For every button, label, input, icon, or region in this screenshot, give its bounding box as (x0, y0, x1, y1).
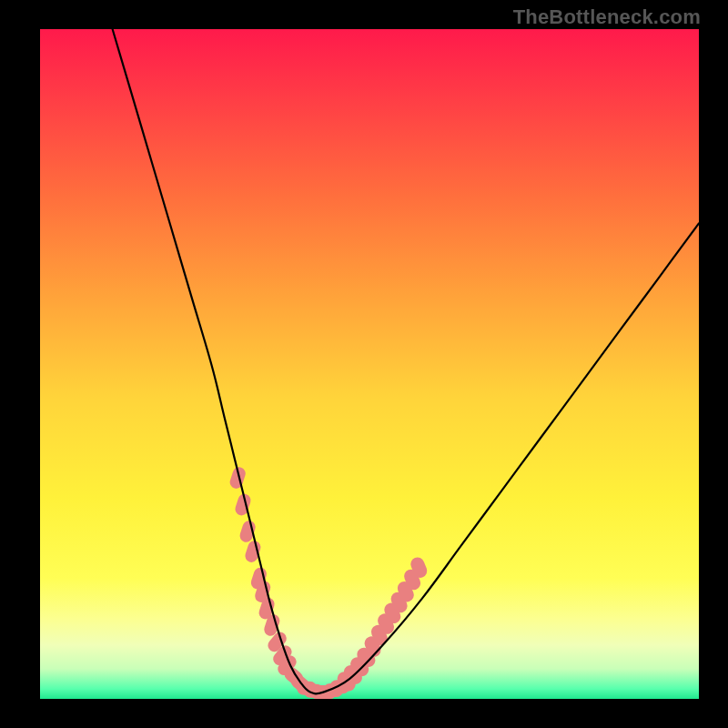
plot-area (40, 29, 699, 699)
watermark-text: TheBottleneck.com (513, 5, 701, 29)
chart-canvas (40, 29, 699, 699)
data-markers (228, 466, 430, 700)
chart-frame: TheBottleneck.com (0, 0, 728, 728)
